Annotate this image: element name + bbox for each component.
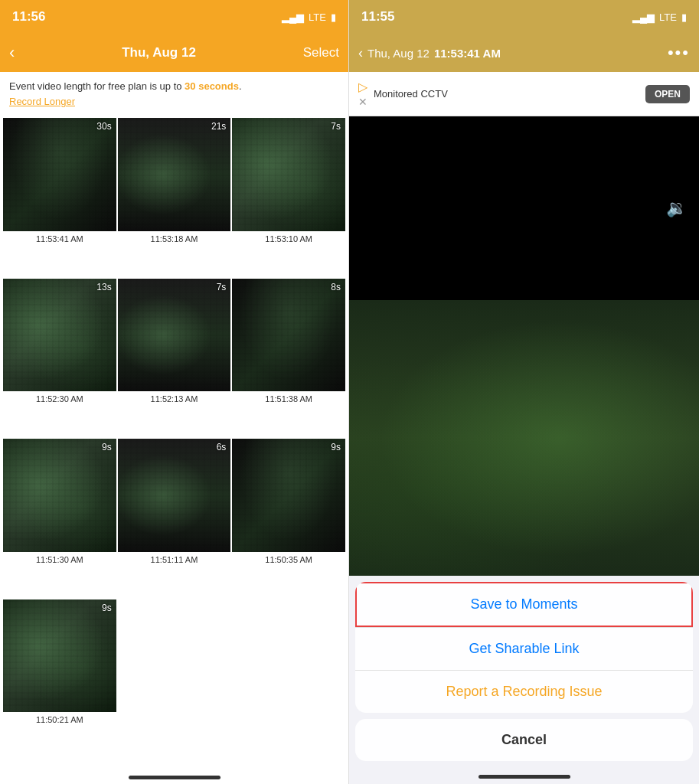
cancel-button[interactable]: Cancel	[355, 719, 693, 761]
seconds-highlight: 30 seconds	[185, 80, 239, 92]
left-status-bar: 11:56 ▂▄▆ LTE ▮	[0, 0, 348, 34]
video-grid: 30s 11:53:41 AM 21s 11:53:18 AM 7s 11:53…	[0, 115, 348, 761]
thumb-time-8: 11:51:11 AM	[118, 552, 231, 569]
video-thumb-7[interactable]: 9s	[3, 439, 116, 552]
duration-badge-1: 30s	[96, 121, 111, 132]
right-battery-icon: ▮	[681, 11, 687, 23]
carrier-label: LTE	[309, 11, 326, 23]
ad-text: Monitored CCTV	[374, 88, 448, 100]
get-sharable-link-button[interactable]: Get Sharable Link	[355, 627, 693, 670]
signal-icon: ▂▄▆	[282, 11, 304, 23]
report-issue-button[interactable]: Report a Recording Issue	[355, 670, 693, 713]
thumb-time-9: 11:50:35 AM	[232, 552, 345, 569]
ad-banner: ▷ ✕ Monitored CCTV OPEN	[349, 72, 699, 116]
video-preview-overlay	[349, 300, 699, 576]
video-thumb-2[interactable]: 21s	[118, 118, 231, 231]
right-panel: 11:55 ▂▄▆ LTE ▮ ‹ Thu, Aug 12 11:53:41 A…	[349, 0, 699, 784]
video-preview	[349, 300, 699, 576]
duration-badge-7: 9s	[102, 442, 112, 452]
right-carrier-label: LTE	[659, 11, 677, 23]
cancel-label: Cancel	[501, 732, 547, 748]
video-cell-1[interactable]: 30s 11:53:41 AM	[3, 118, 116, 276]
thumb-time-2: 11:53:18 AM	[118, 231, 231, 248]
video-thumb-5[interactable]: 7s	[118, 279, 231, 392]
video-thumb-1[interactable]: 30s	[3, 118, 116, 231]
thumb-time-4: 11:52:30 AM	[3, 391, 116, 408]
video-thumb-8[interactable]: 6s	[118, 439, 231, 552]
video-cell-8[interactable]: 6s 11:51:11 AM	[118, 439, 231, 597]
left-status-time: 11:56	[12, 9, 45, 24]
thumb-time-1: 11:53:41 AM	[3, 231, 116, 248]
duration-badge-4: 13s	[96, 282, 111, 292]
right-nav-date: Thu, Aug 12	[367, 47, 430, 60]
video-cell-3[interactable]: 7s 11:53:10 AM	[232, 118, 345, 276]
thumb-time-10: 11:50:21 AM	[3, 712, 116, 729]
duration-badge-6: 8s	[331, 282, 341, 292]
right-nav-left: ‹ Thu, Aug 12 11:53:41 AM	[358, 45, 501, 61]
volume-icon[interactable]: 🔉	[666, 198, 687, 218]
video-player-black: 🔉	[349, 116, 699, 300]
left-nav-title: Thu, Aug 12	[122, 45, 196, 60]
ad-banner-left: ▷ ✕ Monitored CCTV	[358, 80, 448, 108]
left-nav-bar: ‹ Thu, Aug 12 Select	[0, 34, 348, 72]
get-sharable-link-label: Get Sharable Link	[469, 641, 579, 657]
ad-play-icon: ▷	[358, 80, 367, 94]
info-banner: Event video length for free plan is up t…	[0, 72, 348, 115]
select-button[interactable]: Select	[303, 45, 339, 60]
ad-open-button[interactable]: OPEN	[645, 85, 690, 103]
thumb-time-6: 11:51:38 AM	[232, 391, 345, 408]
record-longer-link[interactable]: Record Longer	[9, 95, 339, 109]
video-cell-empty-2	[232, 599, 345, 758]
video-cell-5[interactable]: 7s 11:52:13 AM	[118, 279, 231, 437]
duration-badge-8: 6s	[217, 442, 227, 452]
duration-badge-3: 7s	[331, 121, 341, 132]
right-nav-time: 11:53:41 AM	[434, 47, 501, 60]
save-to-moments-label: Save to Moments	[470, 596, 577, 612]
left-panel: 11:56 ▂▄▆ LTE ▮ ‹ Thu, Aug 12 Select Eve…	[0, 0, 349, 784]
save-to-moments-button[interactable]: Save to Moments	[355, 582, 693, 627]
video-cell-10[interactable]: 9s 11:50:21 AM	[3, 599, 116, 758]
video-thumb-6[interactable]: 8s	[232, 279, 345, 392]
ad-close-icon[interactable]: ✕	[358, 96, 367, 108]
thumb-time-7: 11:51:30 AM	[3, 552, 116, 569]
video-thumb-3[interactable]: 7s	[232, 118, 345, 231]
video-cell-4[interactable]: 13s 11:52:30 AM	[3, 279, 116, 437]
right-status-time: 11:55	[361, 9, 394, 24]
video-cell-7[interactable]: 9s 11:51:30 AM	[3, 439, 116, 597]
duration-badge-5: 7s	[217, 282, 227, 292]
right-nav-bar: ‹ Thu, Aug 12 11:53:41 AM •••	[349, 34, 699, 72]
thumb-time-5: 11:52:13 AM	[118, 391, 231, 408]
video-cell-2[interactable]: 21s 11:53:18 AM	[118, 118, 231, 276]
right-status-icons: ▂▄▆ LTE ▮	[632, 11, 687, 23]
video-cell-9[interactable]: 9s 11:50:35 AM	[232, 439, 345, 597]
report-issue-label: Report a Recording Issue	[446, 684, 602, 700]
action-sheet: Save to Moments Get Sharable Link Report…	[349, 576, 699, 769]
left-home-indicator	[0, 761, 348, 784]
battery-icon: ▮	[331, 11, 336, 23]
left-back-button[interactable]: ‹	[9, 43, 15, 63]
home-bar	[129, 776, 220, 779]
video-cell-6[interactable]: 8s 11:51:38 AM	[232, 279, 345, 437]
more-options-button[interactable]: •••	[668, 43, 690, 63]
cancel-group: Cancel	[355, 719, 693, 761]
right-status-bar: 11:55 ▂▄▆ LTE ▮	[349, 0, 699, 34]
duration-badge-10: 9s	[102, 603, 112, 613]
video-thumb-9[interactable]: 9s	[232, 439, 345, 552]
right-back-button[interactable]: ‹	[358, 45, 363, 61]
video-thumb-10[interactable]: 9s	[3, 599, 116, 713]
thumb-time-3: 11:53:10 AM	[232, 231, 345, 248]
ad-icons: ▷ ✕	[358, 80, 367, 108]
info-text: Event video length for free plan is up t…	[9, 80, 242, 92]
action-group-main: Save to Moments Get Sharable Link Report…	[355, 582, 693, 713]
right-home-bar	[479, 775, 570, 779]
video-cell-empty-1	[118, 599, 231, 758]
duration-badge-9: 9s	[331, 442, 341, 452]
right-signal-icon: ▂▄▆	[632, 11, 655, 23]
right-home-indicator	[349, 769, 699, 784]
duration-badge-2: 21s	[211, 121, 226, 132]
video-thumb-4[interactable]: 13s	[3, 279, 116, 392]
left-status-icons: ▂▄▆ LTE ▮	[282, 11, 336, 23]
